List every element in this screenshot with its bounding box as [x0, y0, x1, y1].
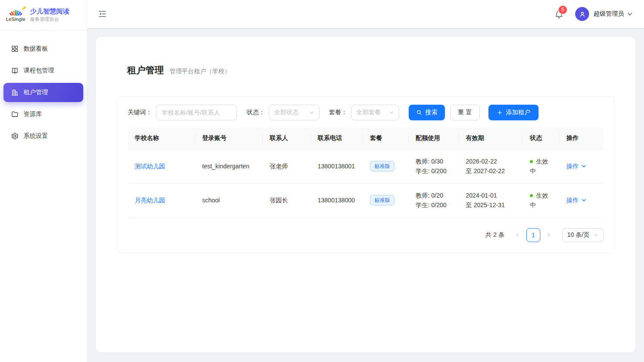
chevron-down-icon [309, 110, 314, 115]
chevron-down-icon [581, 164, 586, 169]
pagination-next-button[interactable] [543, 228, 555, 242]
chevron-left-icon [515, 232, 520, 237]
sidebar-item-settings[interactable]: 系统设置 [3, 126, 83, 146]
page-size-select[interactable]: 10 条/页 [562, 228, 603, 242]
user-avatar[interactable] [575, 7, 589, 21]
table-row: 测试幼儿园 test_kindergarten 张老师 13800138001 … [128, 149, 603, 183]
col-quota: 配额使用 [409, 127, 459, 149]
sidebar-item-course-packages[interactable]: 课程包管理 [3, 61, 83, 80]
sidebar-item-dashboard[interactable]: 数据看板 [3, 39, 83, 58]
row-actions-label: 操作 [566, 195, 579, 205]
page-title: 租户管理 [127, 64, 164, 76]
status-select-value: 全部状态 [274, 109, 298, 116]
lesingle-logo-icon: LeSingle [5, 8, 26, 22]
contact-name: 张老师 [263, 149, 311, 183]
dashboard-icon [11, 45, 19, 53]
search-button[interactable]: 搜索 [409, 105, 445, 120]
chevron-down-icon [593, 232, 598, 237]
tenant-table: 学校名称 登录账号 联系人 联系电话 套餐 配额使用 有效期 状态 操作 [128, 127, 603, 218]
topbar: 5 超级管理员 [87, 0, 644, 28]
book-icon [11, 67, 19, 75]
col-package: 套餐 [363, 127, 409, 149]
search-button-label: 搜索 [425, 109, 437, 116]
sidebar-item-label: 数据看板 [24, 45, 48, 53]
valid-to: 至 2025-12-31 [466, 200, 516, 210]
quota-student: 学生: 0/200 [416, 200, 452, 210]
status-label: 状态： [247, 109, 265, 116]
sidebar-item-label: 系统设置 [24, 132, 48, 140]
logo: LeSingle 少儿智慧阅读 服务管理后台 [0, 0, 87, 31]
package-badge: 标准版 [370, 195, 394, 205]
table-header-row: 学校名称 登录账号 联系人 联系电话 套餐 配额使用 有效期 状态 操作 [128, 127, 603, 149]
sidebar-item-label: 租户管理 [24, 89, 48, 96]
keyword-input[interactable] [156, 105, 237, 120]
pagination-page-1[interactable]: 1 [526, 228, 540, 242]
gear-icon [11, 132, 19, 140]
folder-icon [11, 110, 19, 118]
status-dot-icon [530, 194, 533, 197]
valid-to: 至 2027-02-22 [466, 166, 516, 176]
quota-teacher: 教师: 0/20 [416, 191, 452, 200]
brand-title: 少儿智慧阅读 [30, 7, 69, 16]
row-actions-label: 操作 [566, 161, 579, 171]
chevron-right-icon [546, 232, 551, 237]
col-contact: 联系人 [263, 127, 311, 149]
brand-subtitle: 服务管理后台 [30, 17, 69, 23]
notifications-button[interactable]: 5 [554, 9, 564, 19]
status-select[interactable]: 全部状态 [269, 105, 319, 120]
sidebar-item-tenants[interactable]: 租户管理 [3, 83, 83, 102]
table-row: 月亮幼儿园 school 张园长 13800138000 标准版 教师: 0/2… [128, 183, 603, 217]
package-select[interactable]: 全部套餐 [351, 105, 399, 120]
package-badge: 标准版 [370, 161, 394, 171]
contact-phone: 13800138000 [311, 183, 363, 217]
reset-button[interactable]: 重 置 [450, 105, 480, 120]
login-account: test_kindergarten [195, 149, 263, 183]
add-tenant-button[interactable]: 添加租户 [488, 105, 539, 120]
sidebar-item-label: 课程包管理 [24, 67, 54, 75]
contact-name: 张园长 [263, 183, 311, 217]
notification-count-badge: 5 [559, 6, 567, 14]
quota-student: 学生: 0/200 [416, 166, 452, 176]
user-icon [579, 10, 586, 18]
sidebar-item-resources[interactable]: 资源库 [3, 105, 83, 124]
valid-from: 2026-02-22 [466, 157, 516, 166]
chevron-down-icon [581, 198, 586, 203]
school-name-link[interactable]: 月亮幼儿园 [135, 197, 165, 204]
col-school-name: 学校名称 [128, 127, 195, 149]
content-area: 租户管理 管理平台租户（学校） 关键词： 状态： 全部状态 [87, 28, 644, 362]
valid-from: 2024-01-01 [466, 191, 516, 200]
add-tenant-button-label: 添加租户 [506, 109, 530, 116]
package-label: 套餐： [329, 109, 347, 116]
filter-bar: 关键词： 状态： 全部状态 套餐： 全部套餐 [128, 105, 603, 120]
col-validity: 有效期 [459, 127, 523, 149]
col-phone: 联系电话 [311, 127, 363, 149]
school-name-link[interactable]: 测试幼儿园 [135, 163, 165, 170]
sidebar-item-label: 资源库 [24, 110, 42, 118]
username[interactable]: 超级管理员 [593, 10, 624, 18]
col-actions: 操作 [559, 127, 603, 149]
sidebar: LeSingle 少儿智慧阅读 服务管理后台 数据看板 课程包管理 租户管理 资… [0, 0, 87, 362]
plus-icon [497, 109, 503, 116]
sidebar-collapse-icon[interactable] [98, 9, 107, 19]
pagination-total: 共 2 条 [485, 231, 505, 239]
login-account: school [195, 183, 263, 217]
tenant-panel: 关键词： 状态： 全部状态 套餐： 全部套餐 [117, 96, 614, 253]
chevron-down-icon [389, 110, 394, 115]
row-actions-dropdown[interactable]: 操作 [566, 195, 586, 205]
row-actions-dropdown[interactable]: 操作 [566, 161, 586, 171]
keyword-label: 关键词： [128, 109, 152, 116]
logo-spark-icon [22, 6, 27, 10]
quota-teacher: 教师: 0/30 [416, 157, 452, 166]
building-icon [11, 89, 19, 96]
pagination-prev-button[interactable] [512, 228, 524, 242]
page-subtitle: 管理平台租户（学校） [169, 68, 230, 75]
package-select-value: 全部套餐 [356, 109, 381, 116]
sidebar-nav: 数据看板 课程包管理 租户管理 资源库 系统设置 [0, 31, 87, 157]
status-dot-icon [530, 160, 533, 163]
chevron-down-icon[interactable] [627, 11, 633, 17]
col-login-account: 登录账号 [195, 127, 263, 149]
reset-button-label: 重 置 [458, 109, 472, 116]
page-card: 租户管理 管理平台租户（学校） 关键词： 状态： 全部状态 [96, 37, 635, 352]
pagination: 共 2 条 1 10 条/页 [128, 228, 603, 242]
page-size-value: 10 条/页 [567, 231, 590, 239]
